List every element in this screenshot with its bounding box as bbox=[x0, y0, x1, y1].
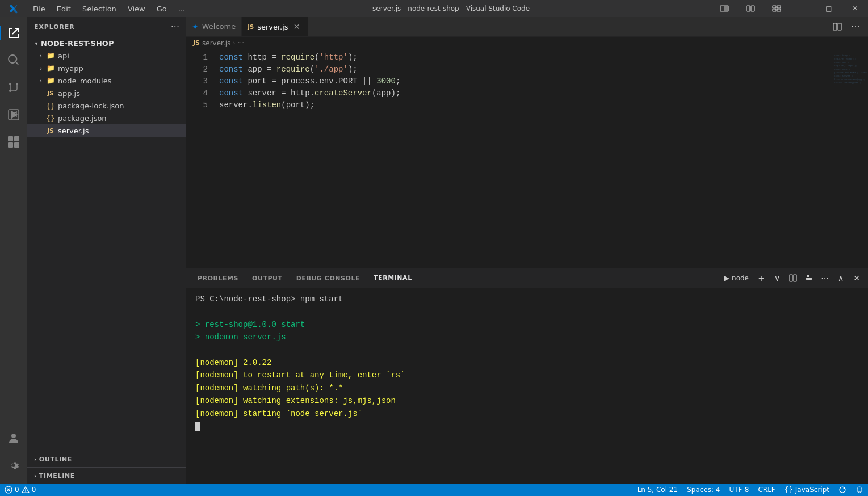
outline-section: › OUTLINE bbox=[27, 451, 186, 467]
svg-rect-4 bbox=[773, 6, 776, 8]
sidebar: EXPLORER ··· ▾ NODE-REST-SHOP › 📁 api › … bbox=[27, 17, 186, 484]
tree-file-package-lock[interactable]: › {} package-lock.json bbox=[27, 99, 186, 112]
split-editor-btn[interactable] bbox=[737, 0, 764, 17]
timeline-header[interactable]: › TIMELINE bbox=[27, 468, 186, 484]
tree-folder-node-modules[interactable]: › 📁 node_modules bbox=[27, 74, 186, 87]
split-editor-btn[interactable] bbox=[829, 19, 845, 35]
svg-rect-16 bbox=[14, 142, 19, 148]
code-token: http bbox=[243, 52, 271, 64]
source-control-icon[interactable] bbox=[0, 74, 27, 101]
svg-rect-19 bbox=[838, 23, 841, 30]
tree-root-folder[interactable]: ▾ NODE-REST-SHOP bbox=[27, 37, 186, 49]
editor-more-btn[interactable]: ··· bbox=[848, 19, 863, 35]
menu-selection[interactable]: Selection bbox=[77, 0, 122, 17]
tabs-bar: ✦ Welcome JS server.js ✕ ··· bbox=[186, 17, 868, 37]
outline-header[interactable]: › OUTLINE bbox=[27, 451, 186, 467]
panel-tab-debug-console[interactable]: DEBUG CONSOLE bbox=[290, 268, 367, 288]
terminal-instance-btn[interactable]: ▶ node bbox=[721, 271, 752, 285]
panel-tab-terminal[interactable]: TERMINAL bbox=[367, 268, 419, 288]
menu-file[interactable]: File bbox=[27, 0, 51, 17]
terminal-output[interactable]: PS C:\node-rest-shop> npm start > rest-s… bbox=[186, 288, 868, 484]
file-label: server.js bbox=[58, 127, 89, 135]
code-token: require bbox=[276, 64, 310, 75]
kill-terminal-btn[interactable] bbox=[802, 271, 816, 285]
menu-more[interactable]: ... bbox=[173, 0, 191, 17]
code-token: || bbox=[358, 75, 377, 87]
code-token: server bbox=[243, 87, 281, 99]
panel-right-controls: ▶ node + ∨ bbox=[721, 271, 863, 285]
terminal-line: [nodemon] 2.0.22 bbox=[195, 356, 859, 369]
terminal-dropdown-btn[interactable]: ∨ bbox=[770, 271, 784, 285]
sidebar-more-btn[interactable]: ··· bbox=[171, 22, 179, 32]
tree-folder-api[interactable]: › 📁 api bbox=[27, 49, 186, 62]
notifications-btn[interactable] bbox=[851, 484, 868, 496]
terminal-line: > nodemon server.js bbox=[195, 331, 859, 343]
status-errors-btn[interactable]: 0 0 bbox=[0, 484, 40, 496]
code-token: const bbox=[219, 64, 243, 75]
code-token: = bbox=[271, 75, 276, 87]
code-editor[interactable]: 1 2 3 4 5 const http = require ( bbox=[186, 49, 868, 268]
js-file-icon: JS bbox=[45, 89, 56, 98]
json-file-icon: {} bbox=[45, 101, 56, 110]
panel-more-btn[interactable]: ··· bbox=[818, 271, 832, 285]
panel-tab-problems[interactable]: PROBLEMS bbox=[191, 268, 245, 288]
svg-point-10 bbox=[9, 83, 11, 85]
sidebar-title: EXPLORER bbox=[34, 23, 75, 31]
timeline-label: TIMELINE bbox=[39, 472, 75, 480]
timeline-section: › TIMELINE bbox=[27, 467, 186, 484]
minimap: const http = require('http'); const app … bbox=[834, 49, 868, 268]
menu-go[interactable]: Go bbox=[151, 0, 173, 17]
minimize-btn[interactable]: — bbox=[790, 0, 816, 17]
panel-tab-output[interactable]: OUTPUT bbox=[245, 268, 290, 288]
search-icon[interactable] bbox=[0, 47, 27, 74]
menu-edit[interactable]: Edit bbox=[51, 0, 77, 17]
tree-folder-myapp[interactable]: › 📁 myapp bbox=[27, 62, 186, 74]
chevron-right-icon: › bbox=[34, 456, 37, 463]
status-left: 0 0 bbox=[0, 484, 40, 496]
layout-toggle-btn[interactable] bbox=[711, 0, 737, 17]
menu-view[interactable]: View bbox=[122, 0, 151, 17]
tab-serverjs[interactable]: JS server.js ✕ bbox=[242, 17, 308, 36]
outline-label: OUTLINE bbox=[39, 456, 72, 463]
breadcrumb: JS server.js › ··· bbox=[186, 37, 868, 49]
editor-area: ✦ Welcome JS server.js ✕ ··· J bbox=[186, 17, 868, 484]
tree-file-appjs[interactable]: › JS app.js bbox=[27, 87, 186, 99]
terminal-line: [nodemon] to restart at any time, enter … bbox=[195, 369, 859, 381]
extensions-icon[interactable] bbox=[0, 128, 27, 155]
code-token: process bbox=[276, 75, 315, 87]
explorer-icon[interactable] bbox=[0, 19, 27, 47]
remote-icon-btn[interactable] bbox=[834, 484, 851, 496]
folder-icon: 📁 bbox=[45, 76, 56, 85]
panel-close-btn[interactable]: ✕ bbox=[850, 271, 863, 285]
layout-options-btn[interactable] bbox=[764, 0, 790, 17]
language-btn[interactable]: {} JavaScript bbox=[780, 484, 834, 496]
folder-icon: 📁 bbox=[45, 51, 56, 60]
tree-file-serverjs[interactable]: › JS server.js bbox=[27, 124, 186, 137]
indentation-btn[interactable]: Spaces: 4 bbox=[682, 484, 724, 496]
welcome-tab-icon: ✦ bbox=[192, 22, 199, 31]
root-folder-label: NODE-REST-SHOP bbox=[41, 39, 114, 48]
new-terminal-btn[interactable]: + bbox=[754, 271, 768, 285]
encoding-btn[interactable]: UTF-8 bbox=[724, 484, 753, 496]
terminal-line bbox=[195, 344, 859, 356]
cursor-position-btn[interactable]: Ln 5, Col 21 bbox=[633, 484, 683, 496]
tab-close-btn[interactable]: ✕ bbox=[292, 22, 302, 32]
terminal-label: node bbox=[732, 274, 749, 282]
settings-icon[interactable] bbox=[0, 452, 27, 479]
code-line-2: const app = require ( './app' ); bbox=[219, 64, 834, 75]
maximize-btn[interactable]: □ bbox=[816, 0, 842, 17]
code-token: ( bbox=[310, 64, 315, 75]
code-token: 3000 bbox=[376, 75, 396, 87]
tree-file-package-json[interactable]: › {} package.json bbox=[27, 112, 186, 124]
menu-bar: File Edit Selection View Go ... bbox=[27, 0, 191, 17]
run-icon[interactable] bbox=[0, 101, 27, 128]
panel-maximize-btn[interactable]: ∧ bbox=[834, 271, 848, 285]
eol-btn[interactable]: CRLF bbox=[753, 484, 779, 496]
breadcrumb-file[interactable]: server.js bbox=[202, 39, 230, 47]
breadcrumb-symbol[interactable]: ··· bbox=[238, 39, 244, 47]
close-btn[interactable]: ✕ bbox=[842, 0, 868, 17]
tab-welcome[interactable]: ✦ Welcome bbox=[186, 17, 242, 36]
file-label: app.js bbox=[58, 89, 80, 98]
split-terminal-btn[interactable] bbox=[786, 271, 800, 285]
account-icon[interactable] bbox=[0, 424, 27, 452]
